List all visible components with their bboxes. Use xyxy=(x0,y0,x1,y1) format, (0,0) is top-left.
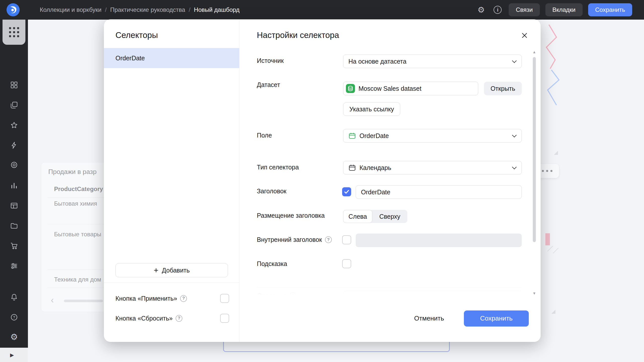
dataset-select[interactable]: Moscow Sales dataset xyxy=(343,82,478,95)
settings-form: Источник На основе датасета Датасет Mosc… xyxy=(239,19,541,295)
save-selector-button[interactable]: Сохранить xyxy=(464,310,529,327)
inner-title-input-disabled xyxy=(356,234,522,247)
plus-icon: + xyxy=(154,266,158,274)
sidebar-item-help[interactable]: ? xyxy=(10,313,18,322)
svg-text:?: ? xyxy=(13,315,15,319)
dataset-value: Moscow Sales dataset xyxy=(358,85,421,92)
apply-button-option-row: Кнопка «Применить» ? xyxy=(115,293,229,303)
selectors-panel-title: Селекторы xyxy=(115,30,158,40)
bar-chart-icon xyxy=(10,182,18,189)
selectors-panel: Селекторы OrderDate + Добавить Кнопка «П… xyxy=(104,19,239,342)
selector-settings-panel: Настройки селектора Источник На основе д… xyxy=(239,19,541,342)
selector-type-label: Тип селектора xyxy=(257,164,299,171)
topbar-actions: ⚙ i Связи Вкладки Сохранить xyxy=(475,0,632,20)
sidebar-item-favorites[interactable] xyxy=(10,121,18,129)
breadcrumb: Коллекции и воркбуки / Практические руко… xyxy=(40,0,239,20)
all-services-button[interactable] xyxy=(3,20,25,45)
breadcrumb-item[interactable]: Практические руководства xyxy=(110,6,185,13)
collections-icon xyxy=(10,81,18,89)
field-select[interactable]: OrderDate xyxy=(343,129,522,143)
chevron-down-icon xyxy=(512,165,516,169)
field-value: OrderDate xyxy=(359,132,389,140)
star-icon xyxy=(10,121,18,129)
add-selector-button[interactable]: + Добавить xyxy=(115,263,228,277)
sidebar-item-services[interactable] xyxy=(10,262,18,270)
calendar-field-icon xyxy=(348,132,356,140)
sidebar-expand-strip[interactable]: ▶ xyxy=(0,348,28,362)
sidebar-item-marketplace[interactable] xyxy=(10,242,18,250)
hint-label: Подсказка xyxy=(257,260,287,267)
breadcrumb-item[interactable]: Коллекции и воркбуки xyxy=(40,6,101,13)
info-button[interactable]: i xyxy=(492,4,503,15)
help-circle-icon[interactable]: ? xyxy=(325,236,332,243)
inner-title-label-text: Внутренний заголовок xyxy=(257,236,322,243)
panel-divider xyxy=(104,283,239,283)
target-icon xyxy=(10,161,18,169)
settings-gear-button[interactable]: ⚙ xyxy=(475,4,487,15)
selector-type-select[interactable]: Календарь xyxy=(343,161,522,174)
hint-checkbox[interactable] xyxy=(342,259,351,268)
gear-icon: ⚙ xyxy=(10,333,18,341)
title-text-input[interactable] xyxy=(356,185,522,199)
save-dashboard-button[interactable]: Сохранить xyxy=(588,3,632,16)
sidebar-item-monitoring[interactable] xyxy=(10,161,18,169)
specify-link-button[interactable]: Указать ссылку xyxy=(343,102,400,116)
table-icon xyxy=(10,202,18,209)
check-icon xyxy=(344,189,350,195)
calendar-icon xyxy=(348,164,356,171)
folder-icon xyxy=(10,222,18,230)
dataset-label: Датасет xyxy=(257,81,280,88)
operation-select[interactable] xyxy=(343,291,522,295)
workbooks-icon xyxy=(10,101,18,109)
sidebar-item-tables[interactable] xyxy=(10,201,18,210)
placement-option-top[interactable]: Сверху xyxy=(372,210,407,223)
operation-label: Операция ? xyxy=(257,292,296,295)
bell-icon xyxy=(10,293,18,301)
cart-icon xyxy=(10,242,18,250)
sidebar-item-charts[interactable] xyxy=(10,181,18,190)
help-circle-icon[interactable]: ? xyxy=(180,295,187,302)
scroll-down-icon[interactable]: ▼ xyxy=(532,291,537,295)
apply-button-checkbox[interactable] xyxy=(220,294,229,303)
placement-segmented-control: Слева Сверху xyxy=(343,210,407,223)
breadcrumb-separator: / xyxy=(105,6,107,13)
placement-label: Размещение заголовка xyxy=(257,212,325,219)
open-dataset-button[interactable]: Открыть xyxy=(484,82,522,95)
lightning-icon xyxy=(10,142,18,149)
title-setting-label: Заголовок xyxy=(257,188,287,195)
apps-grid-icon xyxy=(9,27,19,37)
inner-title-label: Внутренний заголовок ? xyxy=(257,236,332,243)
expand-sidebar-icon: ▶ xyxy=(10,352,14,357)
scroll-up-icon[interactable]: ▲ xyxy=(532,50,537,54)
links-button[interactable]: Связи xyxy=(509,3,540,16)
datalens-logo[interactable] xyxy=(7,3,20,16)
sidebar-item-notifications[interactable] xyxy=(10,293,18,301)
operation-label-text: Операция xyxy=(257,292,286,295)
sidebar-item-settings[interactable]: ⚙ xyxy=(10,333,18,341)
info-icon: i xyxy=(494,6,502,14)
selector-list-item-orderdate[interactable]: OrderDate xyxy=(104,48,239,68)
top-bar: Коллекции и воркбуки / Практические руко… xyxy=(0,0,644,20)
apply-button-option-label: Кнопка «Применить» xyxy=(115,295,177,302)
breadcrumb-current: Новый дашборд xyxy=(194,6,239,13)
selector-settings-modal: Селекторы OrderDate + Добавить Кнопка «П… xyxy=(104,19,541,342)
sidebar-item-workbooks[interactable] xyxy=(10,101,18,109)
dataset-icon xyxy=(346,84,355,93)
reset-button-option-label: Кнопка «Сбросить» xyxy=(115,315,173,322)
modal-footer: Отменить Сохранить xyxy=(239,295,541,342)
help-icon: ? xyxy=(10,313,18,321)
title-checkbox[interactable] xyxy=(342,187,351,196)
scrollbar-thumb[interactable] xyxy=(533,57,536,242)
source-select[interactable]: На основе датасета xyxy=(343,55,522,68)
inner-title-checkbox[interactable] xyxy=(342,235,351,244)
cancel-button[interactable]: Отменить xyxy=(408,310,450,327)
tabs-button[interactable]: Вкладки xyxy=(545,3,583,16)
help-circle-icon[interactable]: ? xyxy=(176,315,182,322)
sidebar-item-collections[interactable] xyxy=(10,81,18,89)
sidebar-item-quick-actions[interactable] xyxy=(10,141,18,150)
help-circle-icon[interactable]: ? xyxy=(289,292,296,295)
placement-option-left[interactable]: Слева xyxy=(343,210,372,223)
sidebar-item-storage[interactable] xyxy=(10,221,18,230)
reset-button-option-row: Кнопка «Сбросить» ? xyxy=(115,313,229,323)
reset-button-checkbox[interactable] xyxy=(220,314,229,323)
